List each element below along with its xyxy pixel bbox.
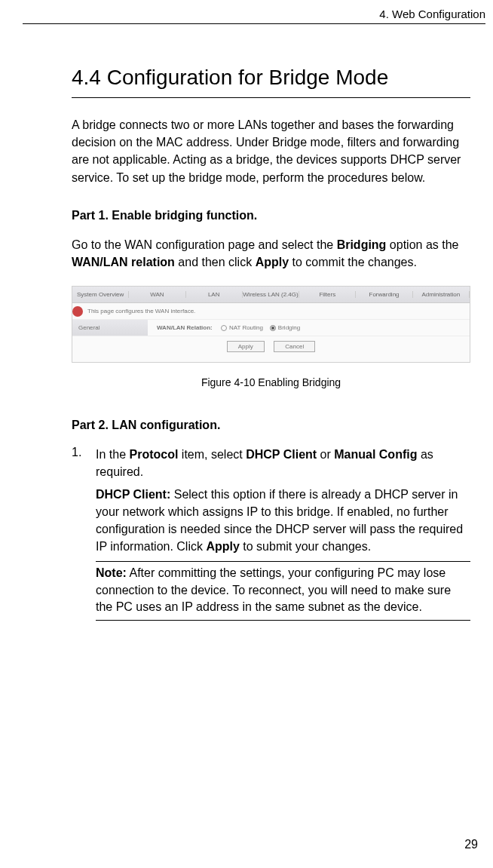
- part2-list: 1. In the Protocol item, select DHCP Cli…: [72, 446, 470, 621]
- list-bold: DHCP Client: [246, 448, 317, 461]
- part1-text: to commit the changes.: [289, 256, 417, 268]
- part1-body: Go to the WAN configuration page and sel…: [72, 236, 470, 271]
- part1-bold2: WAN/LAN relation: [72, 256, 175, 268]
- list-bold: Protocol: [129, 448, 178, 461]
- page-number: 29: [464, 838, 478, 851]
- list-body: In the Protocol item, select DHCP Client…: [96, 446, 470, 621]
- note-text: After committing the settings, your conf…: [96, 566, 451, 613]
- screenshot-radio1: NAT Routing: [229, 324, 263, 331]
- screenshot-tab: System Overview: [72, 291, 129, 298]
- screenshot-tabs: System Overview WAN LAN Wireless LAN (2.…: [72, 287, 470, 303]
- screenshot-tab: Forwarding: [356, 291, 412, 298]
- list-item: 1. In the Protocol item, select DHCP Cli…: [72, 446, 470, 621]
- intro-paragraph: A bridge connects two or more LANs toget…: [72, 116, 470, 186]
- part2-heading: Part 2. LAN configuration.: [72, 419, 470, 432]
- list-bold: Manual Config: [334, 448, 417, 461]
- title-divider: [72, 97, 470, 98]
- screenshot-tab: LAN: [186, 291, 243, 298]
- screenshot-desc-text: This page configures the WAN interface.: [87, 308, 195, 314]
- list-text: item, select: [178, 448, 246, 461]
- chapter-header: 4. Web Configuration: [0, 0, 493, 20]
- screenshot-row-content: WAN/LAN Relation: NAT Routing Bridging: [148, 324, 470, 331]
- part1-text: option as the: [386, 238, 458, 251]
- section-title: 4.4 Configuration for Bridge Mode: [72, 66, 470, 90]
- radio-icon: [221, 325, 227, 331]
- screenshot-buttons: Apply Cancel: [72, 336, 470, 352]
- screenshot-tab: Administration: [413, 291, 470, 298]
- screenshot-field-label: WAN/LAN Relation:: [157, 324, 213, 331]
- list-text: In the: [96, 448, 129, 461]
- list-bold: DHCP Client:: [96, 488, 170, 501]
- screenshot-tab: Wireless LAN (2.4G): [243, 291, 299, 298]
- list-para: DHCP Client: Select this option if there…: [96, 486, 470, 556]
- list-para: In the Protocol item, select DHCP Client…: [96, 446, 470, 480]
- screenshot-apply-button: Apply: [227, 341, 265, 352]
- list-number: 1.: [72, 446, 96, 621]
- list-text: or: [317, 448, 334, 461]
- info-icon: [72, 306, 83, 317]
- screenshot-figure: System Overview WAN LAN Wireless LAN (2.…: [72, 286, 470, 363]
- header-divider: [23, 23, 485, 24]
- note-block: Note: After committing the settings, you…: [96, 561, 470, 621]
- part1-bold1: Bridging: [337, 238, 387, 251]
- screenshot-general-row: General WAN/LAN Relation: NAT Routing Br…: [72, 320, 470, 336]
- part1-text: and then click: [175, 256, 256, 268]
- screenshot-row-label: General: [72, 320, 148, 336]
- screenshot-radio2: Bridging: [278, 324, 300, 331]
- part1-heading: Part 1. Enable bridging function.: [72, 209, 470, 222]
- note-bold: Note:: [96, 566, 127, 579]
- screenshot-tab: WAN: [129, 291, 185, 298]
- screenshot-cancel-button: Cancel: [274, 341, 315, 352]
- figure-caption: Figure 4-10 Enabling Bridging: [72, 376, 470, 388]
- list-text: to submit your changes.: [240, 540, 371, 553]
- radio-icon: [270, 325, 276, 331]
- list-bold: Apply: [206, 540, 239, 553]
- part1-bold3: Apply: [256, 256, 289, 268]
- screenshot-tab: Filters: [299, 291, 356, 298]
- part1-text: Go to the WAN configuration page and sel…: [72, 238, 337, 251]
- screenshot-desc-row: This page configures the WAN interface.: [72, 303, 470, 320]
